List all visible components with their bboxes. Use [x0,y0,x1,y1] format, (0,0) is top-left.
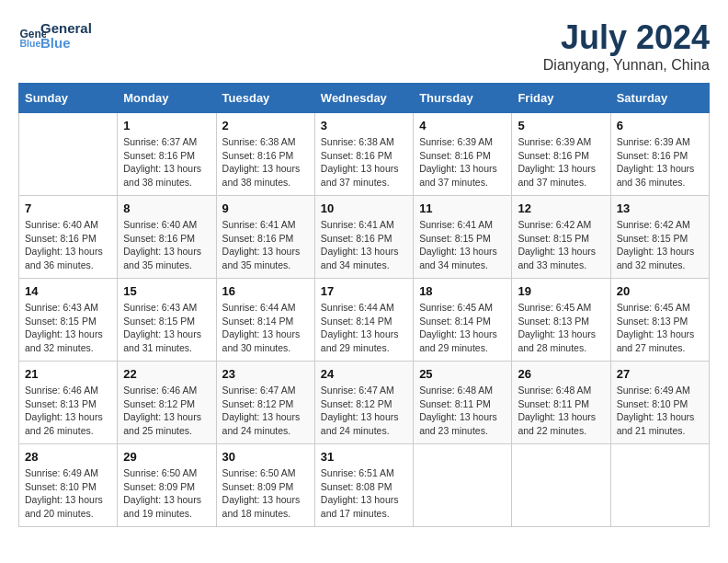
weekday-header: Monday [118,84,216,113]
calendar-cell: 31Sunrise: 6:51 AM Sunset: 8:08 PM Dayli… [314,444,413,527]
weekday-header: Wednesday [314,84,413,113]
day-number: 1 [123,119,210,132]
calendar-cell: 14Sunrise: 6:43 AM Sunset: 8:15 PM Dayli… [19,279,118,362]
calendar-cell: 25Sunrise: 6:48 AM Sunset: 8:11 PM Dayli… [414,362,512,444]
day-detail: Sunrise: 6:50 AM Sunset: 8:09 PM Dayligh… [222,466,309,521]
calendar-cell: 5Sunrise: 6:39 AM Sunset: 8:16 PM Daylig… [512,113,610,196]
weekday-header: Saturday [610,84,709,113]
calendar-cell [512,444,610,527]
calendar-week-row: 7Sunrise: 6:40 AM Sunset: 8:16 PM Daylig… [19,196,710,279]
svg-text:Blue: Blue [40,35,71,51]
day-number: 15 [123,284,210,298]
calendar-week-row: 1Sunrise: 6:37 AM Sunset: 8:16 PM Daylig… [19,113,710,196]
day-number: 5 [518,119,604,132]
day-number: 31 [321,450,407,464]
day-detail: Sunrise: 6:41 AM Sunset: 8:16 PM Dayligh… [321,218,407,272]
day-number: 19 [518,284,604,298]
day-detail: Sunrise: 6:45 AM Sunset: 8:13 PM Dayligh… [617,301,703,355]
day-number: 9 [222,201,309,215]
calendar-cell: 18Sunrise: 6:45 AM Sunset: 8:14 PM Dayli… [414,279,512,362]
calendar-cell: 30Sunrise: 6:50 AM Sunset: 8:09 PM Dayli… [216,444,314,527]
weekday-header: Sunday [19,84,118,113]
calendar-cell: 28Sunrise: 6:49 AM Sunset: 8:10 PM Dayli… [19,444,118,527]
calendar-cell: 23Sunrise: 6:47 AM Sunset: 8:12 PM Dayli… [216,362,314,444]
weekday-header: Tuesday [216,84,314,113]
calendar-cell [610,444,709,527]
day-detail: Sunrise: 6:43 AM Sunset: 8:15 PM Dayligh… [123,301,210,355]
title-block: July 2024 Dianyang, Yunnan, China [543,18,710,74]
page-header: General Blue General Blue July 2024 Dian… [18,18,710,74]
day-detail: Sunrise: 6:38 AM Sunset: 8:16 PM Dayligh… [321,135,407,190]
subtitle: Dianyang, Yunnan, China [543,57,710,74]
day-detail: Sunrise: 6:42 AM Sunset: 8:15 PM Dayligh… [518,218,604,272]
calendar-cell: 8Sunrise: 6:40 AM Sunset: 8:16 PM Daylig… [118,196,216,279]
day-detail: Sunrise: 6:38 AM Sunset: 8:16 PM Dayligh… [222,135,309,190]
main-title: July 2024 [543,18,710,57]
calendar-cell [19,113,118,196]
day-number: 3 [321,119,407,132]
calendar-cell: 29Sunrise: 6:50 AM Sunset: 8:09 PM Dayli… [118,444,216,527]
day-number: 10 [321,201,407,215]
svg-text:Blue: Blue [20,38,41,49]
day-number: 29 [123,450,210,464]
day-number: 27 [617,367,703,381]
day-detail: Sunrise: 6:44 AM Sunset: 8:14 PM Dayligh… [321,301,407,355]
day-number: 30 [222,450,309,464]
calendar-cell: 1Sunrise: 6:37 AM Sunset: 8:16 PM Daylig… [118,113,216,196]
calendar-week-row: 14Sunrise: 6:43 AM Sunset: 8:15 PM Dayli… [19,279,710,362]
calendar-week-row: 21Sunrise: 6:46 AM Sunset: 8:13 PM Dayli… [19,362,710,444]
day-detail: Sunrise: 6:45 AM Sunset: 8:13 PM Dayligh… [518,301,604,355]
calendar-cell: 2Sunrise: 6:38 AM Sunset: 8:16 PM Daylig… [216,113,314,196]
day-number: 13 [617,201,703,215]
calendar-cell: 21Sunrise: 6:46 AM Sunset: 8:13 PM Dayli… [19,362,118,444]
day-number: 8 [123,201,210,215]
day-detail: Sunrise: 6:39 AM Sunset: 8:16 PM Dayligh… [419,135,506,190]
calendar-week-row: 28Sunrise: 6:49 AM Sunset: 8:10 PM Dayli… [19,444,710,527]
day-detail: Sunrise: 6:42 AM Sunset: 8:15 PM Dayligh… [617,218,703,272]
day-number: 24 [321,367,407,381]
calendar-cell: 17Sunrise: 6:44 AM Sunset: 8:14 PM Dayli… [314,279,413,362]
day-number: 22 [123,367,210,381]
day-number: 6 [617,119,703,132]
day-number: 28 [25,450,111,464]
day-number: 16 [222,284,309,298]
day-number: 14 [25,284,111,298]
day-detail: Sunrise: 6:48 AM Sunset: 8:11 PM Dayligh… [518,384,604,438]
day-detail: Sunrise: 6:50 AM Sunset: 8:09 PM Dayligh… [123,466,210,521]
day-detail: Sunrise: 6:51 AM Sunset: 8:08 PM Dayligh… [321,466,407,521]
calendar-cell: 7Sunrise: 6:40 AM Sunset: 8:16 PM Daylig… [19,196,118,279]
calendar-cell: 13Sunrise: 6:42 AM Sunset: 8:15 PM Dayli… [610,196,709,279]
calendar-cell: 26Sunrise: 6:48 AM Sunset: 8:11 PM Dayli… [512,362,610,444]
day-number: 21 [25,367,111,381]
day-number: 2 [222,119,309,132]
svg-marker-4 [107,20,114,28]
day-number: 7 [25,201,111,215]
day-number: 17 [321,284,407,298]
day-detail: Sunrise: 6:41 AM Sunset: 8:16 PM Dayligh… [222,218,309,272]
day-detail: Sunrise: 6:47 AM Sunset: 8:12 PM Dayligh… [222,384,309,438]
day-number: 23 [222,367,309,381]
day-number: 18 [419,284,506,298]
day-detail: Sunrise: 6:46 AM Sunset: 8:12 PM Dayligh… [123,384,210,438]
day-number: 11 [419,201,506,215]
day-detail: Sunrise: 6:44 AM Sunset: 8:14 PM Dayligh… [222,301,309,355]
calendar-cell [414,444,512,527]
day-number: 12 [518,201,604,215]
day-detail: Sunrise: 6:43 AM Sunset: 8:15 PM Dayligh… [25,301,111,355]
calendar-cell: 12Sunrise: 6:42 AM Sunset: 8:15 PM Dayli… [512,196,610,279]
calendar-cell: 3Sunrise: 6:38 AM Sunset: 8:16 PM Daylig… [314,113,413,196]
calendar-cell: 4Sunrise: 6:39 AM Sunset: 8:16 PM Daylig… [414,113,512,196]
calendar-cell: 15Sunrise: 6:43 AM Sunset: 8:15 PM Dayli… [118,279,216,362]
calendar-cell: 27Sunrise: 6:49 AM Sunset: 8:10 PM Dayli… [610,362,709,444]
day-number: 26 [518,367,604,381]
day-detail: Sunrise: 6:49 AM Sunset: 8:10 PM Dayligh… [617,384,703,438]
calendar-cell: 11Sunrise: 6:41 AM Sunset: 8:15 PM Dayli… [414,196,512,279]
logo: General Blue General Blue [18,18,114,53]
day-detail: Sunrise: 6:40 AM Sunset: 8:16 PM Dayligh… [25,218,111,272]
day-number: 20 [617,284,703,298]
calendar-cell: 9Sunrise: 6:41 AM Sunset: 8:16 PM Daylig… [216,196,314,279]
calendar-cell: 19Sunrise: 6:45 AM Sunset: 8:13 PM Dayli… [512,279,610,362]
day-detail: Sunrise: 6:47 AM Sunset: 8:12 PM Dayligh… [321,384,407,438]
svg-text:General: General [40,20,92,36]
calendar-cell: 6Sunrise: 6:39 AM Sunset: 8:16 PM Daylig… [610,113,709,196]
